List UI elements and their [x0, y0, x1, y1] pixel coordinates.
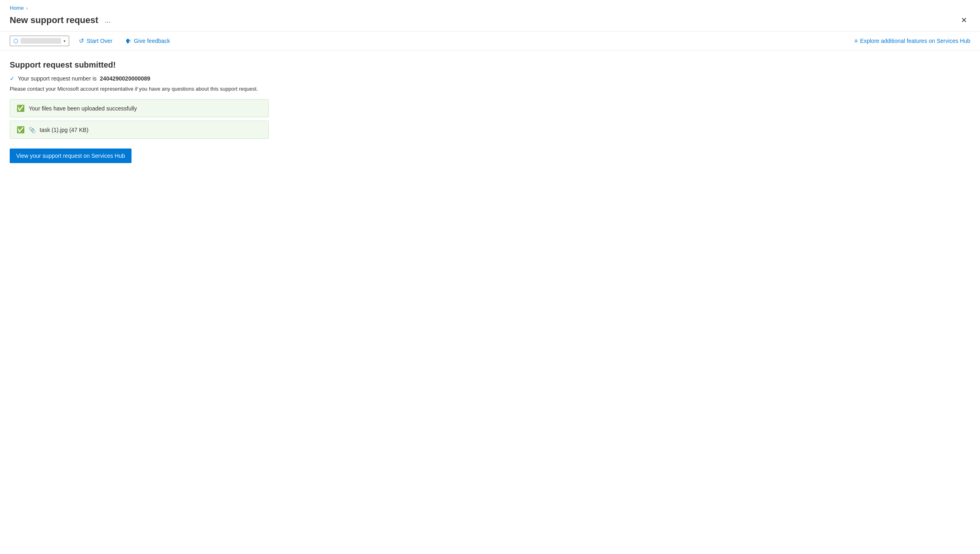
contact-text: Please contact your Microsoft account re…: [10, 86, 970, 92]
file-success-icon: ✅: [17, 126, 25, 134]
upload-success-box: ✅ Your files have been uploaded successf…: [10, 99, 269, 117]
request-number-label: Your support request number is: [18, 75, 97, 82]
checkmark-icon: ✓: [10, 75, 15, 82]
page-container: Home › New support request ... ✕ ⬡ ▾ ↺ S…: [0, 0, 980, 554]
upload-success-message: Your files have been uploaded successful…: [29, 105, 137, 112]
file-upload-box: ✅ 📎 task (1).jpg (47 KB): [10, 121, 269, 139]
breadcrumb: Home ›: [0, 0, 980, 13]
main-content: Support request submitted! ✓ Your suppor…: [0, 51, 980, 554]
explore-services-hub-link[interactable]: ≡ Explore additional features on Service…: [854, 38, 970, 44]
page-title: New support request: [10, 15, 98, 25]
subscription-icon: ⬡: [13, 38, 18, 44]
explore-icon: ≡: [854, 38, 857, 44]
view-support-request-button[interactable]: View your support request on Services Hu…: [10, 149, 132, 163]
page-header: New support request ... ✕: [0, 13, 980, 31]
request-number-value: 2404290020000089: [100, 75, 151, 82]
toolbar-left: ⬡ ▾ ↺ Start Over 🗣 Give feedback: [10, 35, 173, 47]
give-feedback-label: Give feedback: [134, 38, 170, 44]
give-feedback-button[interactable]: 🗣 Give feedback: [122, 35, 174, 47]
start-over-button[interactable]: ↺ Start Over: [76, 35, 116, 47]
more-options-button[interactable]: ...: [102, 15, 113, 25]
upload-success-icon: ✅: [17, 104, 25, 112]
subscription-selector[interactable]: ⬡ ▾: [10, 36, 69, 46]
attachment-icon: 📎: [29, 127, 36, 133]
feedback-icon: 🗣: [125, 38, 132, 45]
breadcrumb-chevron-icon: ›: [26, 6, 28, 11]
request-number-row: ✓ Your support request number is 2404290…: [10, 75, 970, 82]
file-name: task (1).jpg (47 KB): [40, 127, 89, 133]
success-heading: Support request submitted!: [10, 60, 970, 70]
toolbar-right: ≡ Explore additional features on Service…: [854, 38, 970, 44]
explore-label: Explore additional features on Services …: [860, 38, 970, 44]
start-over-label: Start Over: [87, 38, 112, 44]
toolbar: ⬡ ▾ ↺ Start Over 🗣 Give feedback ≡ Explo…: [0, 31, 980, 51]
breadcrumb-home-link[interactable]: Home: [10, 5, 24, 11]
subscription-text: [21, 38, 61, 44]
refresh-icon: ↺: [79, 37, 84, 45]
close-button[interactable]: ✕: [958, 14, 970, 26]
page-title-row: New support request ...: [10, 15, 113, 25]
chevron-down-icon: ▾: [64, 39, 66, 43]
